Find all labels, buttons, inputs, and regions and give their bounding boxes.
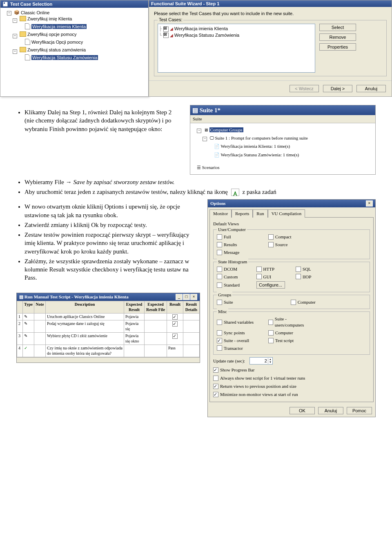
package-icon: 📦 (14, 10, 20, 15)
tab-monitor[interactable]: Monitor (209, 209, 232, 218)
group-legend: Groups (217, 292, 232, 298)
checkbox-computer[interactable]: Computer (291, 299, 358, 305)
testcases-listbox[interactable]: ├◢ Weryfikacja imienia Klienta └◢ Weryfi… (158, 24, 315, 73)
checkbox-suite-overall[interactable]: Suite - overall (217, 338, 262, 344)
tc-item[interactable]: ├◢ Weryfikacja imienia Klienta (159, 26, 314, 32)
collapse-icon[interactable]: − (7, 11, 11, 16)
tab-run[interactable]: Run (253, 209, 267, 218)
checkbox-iiop[interactable]: IIOP (296, 274, 329, 280)
collapse-icon[interactable]: − (13, 49, 17, 54)
checkbox-standard[interactable]: Standard (217, 281, 250, 289)
remove-button[interactable]: Remove (319, 33, 356, 41)
tree-item[interactable]: Weryfikacja imienia Klienta (25, 23, 87, 29)
tc-item[interactable]: └◢ Weryfikacja Statusu Zamówienia (159, 32, 314, 39)
tree-item[interactable]: Weryfikacja Statusu Zamówienia: 1 time(s… (221, 152, 299, 157)
table-row[interactable]: 2 Podaj wymagane dane i zaloguj sięPojaw… (17, 320, 200, 332)
col-header: Note (34, 301, 46, 313)
checkbox-minimize[interactable]: Minimize non-monitor views at start of r… (213, 391, 298, 398)
result-checkbox[interactable] (172, 334, 178, 339)
tab-reports[interactable]: Reports (232, 209, 253, 218)
screen-icon: 🖵 (209, 136, 214, 140)
wizard-title: Functional Suite Wizard - Step 1 (149, 0, 392, 7)
body-text: Zatwierdź zmiany i kliknij Ok by rozpocz… (24, 221, 200, 229)
result-checkbox[interactable] (172, 314, 178, 320)
body-text: Zestaw testów powinien rozpocząć pierwsz… (24, 231, 200, 256)
select-button[interactable]: Select (319, 24, 356, 31)
tree-conn-icon: ├ (159, 26, 162, 31)
tree-item[interactable]: Weryfikacja imienia Klienta: 1 time(s) (221, 144, 290, 149)
close-icon[interactable]: × (190, 294, 197, 300)
ok-button[interactable]: OK (290, 407, 315, 414)
checkbox-dcom[interactable]: DCOM (217, 266, 250, 272)
checkbox-icon[interactable] (163, 33, 169, 38)
pencil-icon (23, 313, 34, 320)
table-row[interactable]: 3 Wybierz płytę CD i złóż zamówieniePoja… (17, 332, 200, 345)
collapse-icon[interactable]: − (13, 34, 17, 38)
spin-up-icon[interactable]: ▲ (268, 358, 272, 361)
tree-item[interactable]: Computer Groups (209, 127, 243, 132)
suite-menu[interactable]: Suite (190, 115, 375, 123)
result-dropdown[interactable]: Pass (167, 345, 183, 357)
checkbox-alwaysshow[interactable]: Always show test script for 1 virtual te… (213, 375, 305, 381)
checkbox-shared[interactable]: Shared variables (217, 316, 262, 328)
svg-rect-1 (4, 2, 5, 4)
spin-down-icon[interactable]: ▼ (268, 361, 272, 364)
tree-item[interactable]: Weryfikacja Statusu Zamówienia (25, 54, 98, 60)
checkbox-gui[interactable]: GUI (256, 274, 290, 280)
minimize-icon[interactable]: _ (176, 294, 183, 300)
cancel-button[interactable]: Anuluj (356, 85, 386, 92)
next-button[interactable]: Dalej > (323, 85, 352, 92)
checkbox-suite-uc[interactable]: Suite - users/computers (268, 316, 313, 328)
cancel-button[interactable]: Anuluj (318, 407, 343, 414)
collapse-icon[interactable]: − (13, 18, 17, 23)
table-row[interactable]: 1 Uruchom aplikacje Classics OnlinePojaw… (17, 313, 200, 320)
col-header: Type (23, 301, 34, 313)
tab-vu[interactable]: VU Compilation (268, 209, 305, 218)
tree-item[interactable]: Suite 1 : Prompt for computers before ru… (215, 136, 308, 140)
arrow-icon: → (66, 178, 72, 185)
folder-icon (20, 31, 26, 37)
update-rate-input[interactable] (250, 358, 268, 363)
tree-item[interactable]: Scenarios (202, 165, 220, 170)
tree-folder[interactable]: Zweryfikuj opcje pomocy (20, 31, 76, 37)
checkbox-testscript[interactable]: Test script (268, 338, 313, 344)
tree-root[interactable]: 📦 Classic Online (14, 10, 49, 15)
checkbox-http[interactable]: HTTP (256, 266, 290, 272)
help-button[interactable]: Pomoc (347, 407, 372, 414)
tree-folder[interactable]: Zweryfikuj imię Klienta (20, 16, 72, 21)
checkbox-return[interactable]: Return views to previous position and si… (213, 383, 296, 389)
checkbox-suite[interactable]: Suite (217, 299, 284, 305)
check-icon: ✓ (23, 345, 34, 357)
checkbox-full[interactable]: Full (217, 234, 262, 240)
tree-item[interactable]: Weryfikacja Opcji pomocy (25, 39, 83, 45)
group-legend: User/Computer (217, 227, 247, 233)
close-icon[interactable]: × (366, 200, 373, 207)
tab-content: Default Views User/Computer Full Compact… (209, 217, 374, 402)
checkbox-source[interactable]: Source (268, 242, 313, 248)
checkbox-progressbar[interactable]: Show Progress Bar (213, 367, 254, 373)
col-header: Expected Result File (145, 301, 167, 313)
checkbox-compact[interactable]: Compact (268, 234, 313, 240)
properties-button[interactable]: Properties (319, 43, 356, 51)
checkbox-sync[interactable]: Sync points (217, 330, 262, 336)
col-header: Description (46, 301, 124, 313)
tree-folder[interactable]: Zweryfikuj status zamówienia (20, 47, 86, 52)
collapse-icon[interactable]: − (197, 129, 201, 133)
body-text: W nowo otwartym oknie kliknij Options i … (24, 202, 200, 219)
maximize-icon[interactable]: □ (183, 294, 190, 300)
checkbox-transactor[interactable]: Transactor (217, 345, 262, 351)
checkbox-custom[interactable]: Custom (217, 274, 250, 280)
table-row[interactable]: 4✓ Czy imię na oknie z zamówieniem odpow… (17, 345, 200, 357)
checkbox-results[interactable]: Results (217, 242, 262, 248)
checkbox-icon[interactable] (163, 27, 169, 32)
checkbox-computer2[interactable]: Computer (268, 330, 313, 336)
scrollbar[interactable] (17, 357, 200, 362)
script-icon: 📄 (214, 152, 220, 157)
checkbox-message[interactable]: Message (217, 249, 262, 256)
result-checkbox[interactable] (172, 321, 178, 327)
collapse-icon[interactable]: − (203, 137, 207, 141)
checkbox-sql[interactable]: SQL (296, 266, 329, 272)
update-rate-spinner[interactable]: ▲▼ (249, 357, 273, 365)
configure-button[interactable]: Configure... (256, 281, 285, 289)
doc-icon: ▤ (19, 294, 23, 299)
